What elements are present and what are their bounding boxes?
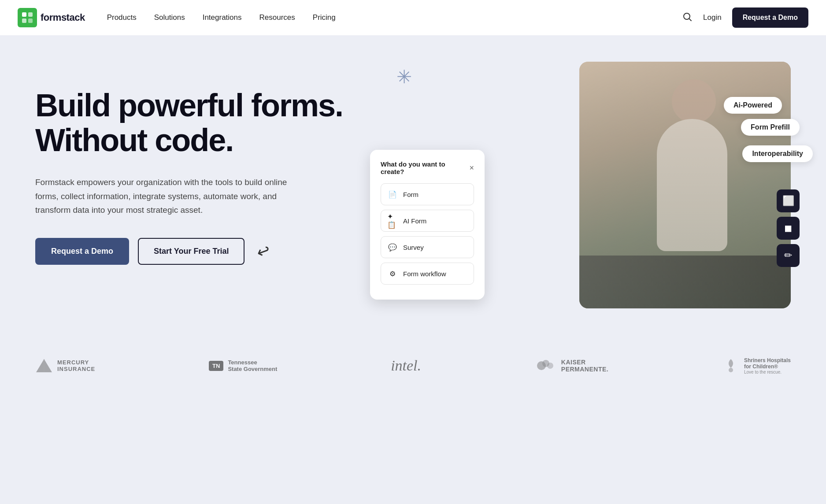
logos-bar: MERCURY INSURANCE TN Tennessee State Gov… xyxy=(0,344,826,401)
form-option-icon: 📄 xyxy=(387,189,398,200)
mercury-text: MERCURY INSURANCE xyxy=(57,359,95,372)
logo-tennessee: TN Tennessee State Government xyxy=(209,359,277,372)
hero-buttons: Request a Demo Start Your Free Trial ↩ xyxy=(35,238,344,265)
logo-kaiser: KAISER PERMANENTE. xyxy=(535,357,608,374)
modal-option-ai-form[interactable]: ✦📋 AI Form xyxy=(381,210,474,232)
tn-text: Tennessee State Government xyxy=(228,359,277,372)
workflow-option-icon: ⚙ xyxy=(387,268,398,279)
modal-option-survey[interactable]: 💬 Survey xyxy=(381,236,474,258)
hero-demo-button[interactable]: Request a Demo xyxy=(35,238,129,265)
nav-demo-button[interactable]: Request a Demo xyxy=(732,7,808,28)
search-icon[interactable] xyxy=(682,11,693,24)
tn-badge: TN xyxy=(209,361,223,371)
svg-rect-2 xyxy=(22,19,26,23)
modal-header: What do you want to create? × xyxy=(381,160,474,175)
form-option-label: Form xyxy=(403,191,419,198)
svg-point-4 xyxy=(684,13,690,19)
kaiser-text: KAISER PERMANENTE. xyxy=(561,359,608,373)
headline-line1: Build powerful forms. xyxy=(35,88,343,123)
modal-option-workflow[interactable]: ⚙ Form workflow xyxy=(381,263,474,285)
asterisk-decoration-icon: ✳ xyxy=(396,66,412,88)
svg-line-5 xyxy=(689,19,691,21)
doc-icon-panel[interactable]: ◼ xyxy=(777,217,800,240)
interoperability-badge: Interoperability xyxy=(742,145,813,162)
arrow-doodle-icon: ↩ xyxy=(254,241,273,263)
nav-solutions[interactable]: Solutions xyxy=(154,13,185,22)
icon-panels: ⬜ ◼ ✏ xyxy=(777,189,800,267)
logo-intel: intel. xyxy=(391,357,421,374)
create-modal: What do you want to create? × 📄 Form ✦📋 … xyxy=(370,150,485,300)
hero-section: Build powerful forms. Without code. Form… xyxy=(0,35,826,344)
logo-link[interactable]: formstack xyxy=(18,8,85,27)
close-icon[interactable]: × xyxy=(469,164,474,172)
survey-option-label: Survey xyxy=(403,244,424,251)
nav-pricing[interactable]: Pricing xyxy=(313,13,336,22)
svg-point-11 xyxy=(729,368,733,372)
svg-rect-3 xyxy=(28,19,33,23)
hero-right: ✳ Ai-Powered Form Prefill Interoperabili… xyxy=(370,62,791,304)
form-prefill-badge: Form Prefill xyxy=(741,119,800,136)
svg-rect-1 xyxy=(28,12,33,17)
hero-left: Build powerful forms. Without code. Form… xyxy=(35,70,344,265)
logo-icon xyxy=(18,8,37,27)
hero-subtext: Formstack empowers your organization wit… xyxy=(35,175,300,217)
nav-right: Login Request a Demo xyxy=(682,7,808,28)
edit-icon-panel[interactable]: ✏ xyxy=(777,244,800,267)
workflow-option-label: Form workflow xyxy=(403,270,446,278)
logo-text: formstack xyxy=(41,12,85,23)
ai-form-option-label: AI Form xyxy=(403,217,426,225)
modal-title: What do you want to create? xyxy=(381,160,469,175)
logo-mercury: MERCURY INSURANCE xyxy=(35,357,95,374)
login-link[interactable]: Login xyxy=(703,13,722,22)
survey-option-icon: 💬 xyxy=(387,242,398,252)
svg-point-10 xyxy=(547,363,553,369)
intel-text: intel. xyxy=(391,357,421,374)
headline-line2: Without code. xyxy=(35,122,233,158)
hero-headline: Build powerful forms. Without code. xyxy=(35,88,344,158)
hero-trial-button[interactable]: Start Your Free Trial xyxy=(138,238,244,265)
shriners-text: Shriners Hospitals for Children® Love to… xyxy=(744,357,791,374)
nav-products[interactable]: Products xyxy=(107,13,137,22)
logo-shriners: Shriners Hospitals for Children® Love to… xyxy=(722,357,791,374)
nav-resources[interactable]: Resources xyxy=(259,13,295,22)
nav-integrations[interactable]: Integrations xyxy=(203,13,242,22)
modal-option-form[interactable]: 📄 Form xyxy=(381,183,474,205)
svg-rect-0 xyxy=(22,12,26,17)
nav-links: Products Solutions Integrations Resource… xyxy=(107,13,682,22)
ai-form-option-icon: ✦📋 xyxy=(387,215,398,226)
ai-powered-badge: Ai-Powered xyxy=(724,97,782,114)
navigation: formstack Products Solutions Integration… xyxy=(0,0,826,35)
form-icon-panel[interactable]: ⬜ xyxy=(777,189,800,212)
